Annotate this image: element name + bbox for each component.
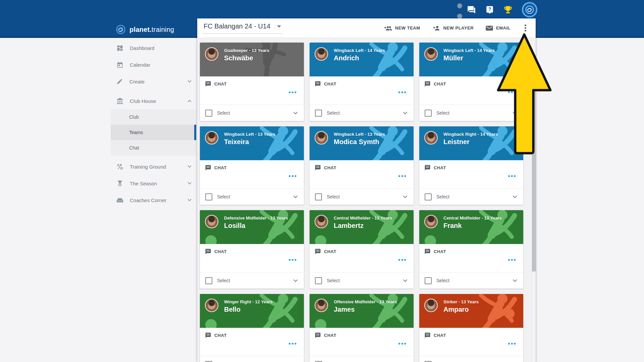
select-checkbox[interactable] bbox=[205, 193, 212, 200]
sidebar-item-calendar[interactable]: Calendar bbox=[111, 56, 196, 73]
card-more-button[interactable]: ••• bbox=[419, 171, 523, 181]
player-avatar bbox=[315, 131, 328, 144]
chat-button[interactable]: CHAT bbox=[315, 165, 414, 171]
player-card-body: CHAT ••• Select bbox=[310, 160, 414, 205]
soccer-ball-graphic bbox=[205, 319, 217, 328]
soccer-ball-graphic bbox=[425, 235, 436, 244]
help-icon[interactable]: ? bbox=[485, 5, 494, 14]
card-more-button[interactable]: ••• bbox=[419, 255, 523, 265]
sidebar-item-create[interactable]: Create bbox=[111, 73, 196, 90]
new-team-button[interactable]: NEW TEAM bbox=[384, 25, 420, 32]
soccer-ball-graphic bbox=[315, 319, 326, 328]
dropdown-caret-icon bbox=[277, 25, 281, 27]
select-checkbox[interactable] bbox=[315, 277, 322, 284]
chevron-down-icon[interactable] bbox=[293, 279, 298, 282]
select-row[interactable]: Select bbox=[200, 356, 304, 362]
card-more-button[interactable]: ••• bbox=[419, 87, 523, 97]
card-more-button[interactable]: ••• bbox=[200, 171, 304, 181]
player-meta: Wingback Right - 14 Years Leistner bbox=[443, 132, 498, 146]
select-row[interactable]: Select bbox=[419, 105, 523, 121]
email-button[interactable]: EMAIL bbox=[486, 25, 511, 31]
select-checkbox[interactable] bbox=[425, 193, 432, 200]
chevron-down-icon[interactable] bbox=[293, 195, 298, 198]
chevron-down-icon[interactable] bbox=[293, 112, 298, 115]
team-selector-dropdown[interactable]: FC Balangan 24 - U14 bbox=[203, 22, 283, 34]
profile-logo-icon[interactable] bbox=[522, 2, 537, 17]
chevron-down-icon[interactable] bbox=[403, 195, 408, 198]
chat-button[interactable]: CHAT bbox=[315, 332, 414, 339]
chat-button[interactable]: CHAT bbox=[205, 81, 304, 87]
chat-button[interactable]: CHAT bbox=[205, 248, 304, 255]
player-card: Offensive Midfielder - 13 Years James CH… bbox=[310, 294, 414, 362]
sidebar: Dashboard Calendar Create Club House Clu… bbox=[111, 40, 196, 208]
more-options-menu-button[interactable] bbox=[523, 23, 528, 33]
chevron-down-icon[interactable] bbox=[513, 112, 517, 115]
select-label: Select bbox=[436, 278, 508, 283]
select-checkbox[interactable] bbox=[205, 361, 212, 362]
select-label: Select bbox=[436, 110, 508, 116]
chat-bubble-icon bbox=[315, 165, 321, 171]
trophy-icon[interactable] bbox=[503, 5, 513, 14]
card-more-button[interactable]: ••• bbox=[310, 87, 414, 97]
select-row[interactable]: Select bbox=[310, 188, 414, 205]
sidebar-item-club-house[interactable]: Club House bbox=[111, 93, 196, 109]
sidebar-item-training-ground[interactable]: Training Ground bbox=[111, 158, 196, 175]
chevron-down-icon[interactable] bbox=[513, 195, 517, 198]
select-row[interactable]: Select bbox=[310, 272, 414, 289]
select-row[interactable]: Select bbox=[310, 105, 414, 121]
chevron-down-icon[interactable] bbox=[403, 112, 408, 115]
select-row[interactable]: Select bbox=[200, 188, 304, 205]
select-row[interactable]: Select bbox=[200, 272, 304, 289]
chat-button[interactable]: CHAT bbox=[315, 248, 414, 255]
card-more-button[interactable]: ••• bbox=[310, 255, 414, 265]
sidebar-item-the-season[interactable]: The Season bbox=[111, 175, 196, 192]
chat-label: CHAT bbox=[434, 333, 446, 338]
tactics-icon bbox=[116, 163, 123, 170]
new-player-button[interactable]: NEW PLAYER bbox=[432, 25, 474, 32]
card-more-button[interactable]: ••• bbox=[419, 339, 523, 349]
select-checkbox[interactable] bbox=[315, 193, 322, 200]
select-checkbox[interactable] bbox=[315, 110, 322, 117]
sidebar-item-coaches-corner[interactable]: Coaches Corner bbox=[111, 192, 196, 208]
sidebar-subitem-club[interactable]: Club bbox=[111, 109, 196, 125]
player-name: James bbox=[334, 306, 397, 313]
player-meta: Goalkeeper - 13 Years Schwäbe bbox=[224, 48, 269, 62]
player-card-grid: Goalkeeper - 13 Years Schwäbe CHAT ••• S… bbox=[197, 38, 532, 362]
sidebar-subitem-label: Teams bbox=[129, 130, 143, 135]
card-more-button[interactable]: ••• bbox=[200, 87, 304, 97]
chat-button[interactable]: CHAT bbox=[424, 165, 523, 171]
player-meta: Central Midfielder - 13 Years Frank bbox=[443, 216, 502, 230]
sidebar-item-dashboard[interactable]: Dashboard bbox=[111, 40, 196, 56]
select-row[interactable]: Select bbox=[419, 356, 523, 362]
card-more-button[interactable]: ••• bbox=[200, 339, 304, 349]
scrollbar-thumb[interactable] bbox=[532, 55, 536, 272]
card-more-button[interactable]: ••• bbox=[310, 171, 414, 181]
card-more-button[interactable]: ••• bbox=[200, 255, 304, 265]
player-card-header: Central Midfielder - 13 Years Lambertz bbox=[310, 210, 414, 244]
chevron-down-icon[interactable] bbox=[403, 279, 408, 282]
chevron-down-icon[interactable] bbox=[513, 279, 517, 282]
select-row[interactable]: Select bbox=[419, 272, 523, 289]
select-checkbox[interactable] bbox=[315, 361, 322, 362]
select-checkbox[interactable] bbox=[205, 277, 212, 284]
chat-button[interactable]: CHAT bbox=[205, 165, 304, 171]
chat-bubble-icon bbox=[424, 165, 431, 171]
card-more-button[interactable]: ••• bbox=[310, 339, 414, 349]
chat-button[interactable]: CHAT bbox=[205, 332, 304, 339]
player-card-body: CHAT ••• Select bbox=[419, 160, 523, 205]
player-card-body: CHAT ••• Select bbox=[200, 328, 304, 362]
select-row[interactable]: Select bbox=[200, 105, 304, 121]
sidebar-subitem-teams[interactable]: Teams bbox=[111, 125, 196, 140]
select-row[interactable]: Select bbox=[310, 356, 414, 362]
chat-button[interactable]: CHAT bbox=[424, 332, 523, 339]
select-checkbox[interactable] bbox=[425, 110, 432, 117]
select-checkbox[interactable] bbox=[425, 361, 432, 362]
select-checkbox[interactable] bbox=[425, 277, 432, 284]
chat-button[interactable]: CHAT bbox=[424, 248, 523, 255]
chat-button[interactable]: CHAT bbox=[424, 81, 523, 87]
chat-button[interactable]: CHAT bbox=[315, 81, 414, 87]
sidebar-subitem-chat[interactable]: Chat bbox=[111, 140, 196, 156]
select-row[interactable]: Select bbox=[419, 188, 523, 205]
select-checkbox[interactable] bbox=[205, 110, 212, 117]
forum-chat-icon[interactable] bbox=[467, 5, 476, 14]
